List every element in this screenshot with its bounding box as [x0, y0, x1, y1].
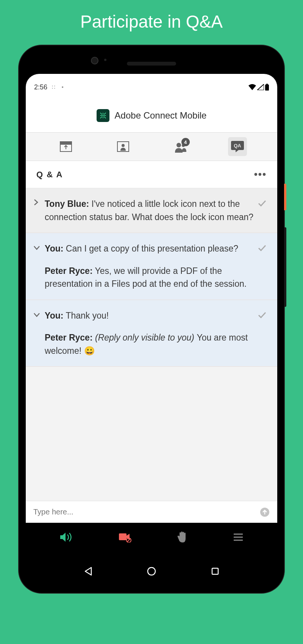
status-time: 2:56 [34, 83, 47, 91]
video-button[interactable] [118, 532, 132, 544]
qa-item[interactable]: Tony Blue: I've noticed a little lock ic… [26, 188, 277, 233]
qa-item[interactable]: You: Thank you! Peter Ryce: (Reply only … [26, 300, 277, 367]
square-recent-icon [211, 567, 219, 575]
chevron-right-icon[interactable] [33, 197, 42, 224]
svg-point-7 [176, 143, 181, 147]
wifi-icon [248, 84, 256, 90]
svg-rect-19 [212, 568, 218, 574]
signal-icon [257, 84, 264, 90]
hamburger-icon [233, 533, 244, 541]
tab-share[interactable] [56, 137, 75, 156]
svg-rect-12 [119, 533, 127, 540]
raise-hand-button[interactable] [176, 531, 188, 545]
message-input-bar [26, 501, 277, 523]
person-icon [117, 141, 130, 152]
qa-content: You: Can I get a copy of this presentati… [45, 242, 255, 291]
qa-reply-author: Peter Ryce: [45, 333, 93, 342]
section-title: Q & A [36, 170, 63, 180]
qa-author: You: [45, 244, 63, 253]
qa-author: Tony Blue: [45, 199, 89, 209]
more-options-button[interactable]: ••• [254, 169, 267, 180]
tab-qa[interactable]: QA [228, 137, 247, 156]
check-icon [258, 197, 268, 224]
speaker-grill [127, 62, 176, 66]
qa-list: Tony Blue: I've noticed a little lock ic… [26, 188, 277, 501]
triangle-back-icon [84, 567, 92, 576]
app-title: Adobe Connect Mobile [115, 110, 207, 121]
svg-rect-0 [265, 84, 269, 91]
send-button[interactable] [260, 507, 270, 517]
qa-section-header: Q & A ••• [26, 161, 277, 188]
status-right-icons [248, 84, 269, 91]
qa-item[interactable]: You: Can I get a copy of this presentati… [26, 233, 277, 300]
nav-home-button[interactable] [147, 567, 156, 577]
attendees-badge: 4 [181, 138, 190, 146]
arrow-up-circle-icon [260, 507, 270, 517]
qa-question-text: Thank you! [63, 311, 109, 320]
status-indicators-icon: ∷ • [52, 84, 65, 90]
nav-back-button[interactable] [84, 567, 92, 577]
circle-home-icon [147, 567, 156, 576]
svg-point-18 [148, 567, 155, 575]
android-nav-bar [26, 561, 277, 583]
svg-point-6 [122, 144, 125, 147]
tab-person[interactable] [114, 137, 133, 156]
screen: 2:56 ∷ • Adobe Connect Mobile [26, 74, 277, 553]
video-off-icon [118, 532, 132, 542]
qa-content: You: Thank you! Peter Ryce: (Reply only … [45, 309, 255, 358]
nav-recent-button[interactable] [211, 567, 219, 577]
qa-question-text: Can I get a copy of this presentation pl… [63, 244, 238, 253]
svg-point-2 [102, 115, 104, 116]
tab-attendees[interactable]: 4 [171, 137, 190, 156]
tabs-row: 4 QA [26, 133, 277, 161]
qa-icon: QA [230, 140, 245, 153]
qa-reply-author: Peter Ryce: [45, 266, 93, 276]
sensor-icon [104, 59, 106, 61]
app-header: Adobe Connect Mobile [26, 98, 277, 133]
share-icon [59, 141, 72, 152]
qa-reply-note: (Reply only visible to you) [93, 333, 197, 342]
check-icon [258, 242, 268, 291]
svg-rect-4 [60, 142, 72, 145]
audio-button[interactable] [59, 531, 73, 544]
phone-power-button [284, 184, 286, 210]
qa-content: Tony Blue: I've noticed a little lock ic… [45, 197, 255, 224]
phone-volume-button [284, 227, 286, 307]
hand-icon [176, 531, 188, 543]
action-bar [26, 523, 277, 553]
app-logo-icon [97, 109, 109, 122]
speaker-on-icon [59, 531, 73, 543]
chevron-down-icon[interactable] [33, 242, 42, 291]
chevron-down-icon[interactable] [33, 309, 42, 358]
status-bar: 2:56 ∷ • [26, 74, 277, 91]
menu-button[interactable] [233, 533, 244, 543]
svg-text:QA: QA [234, 143, 241, 148]
page-title: Participate in Q&A [0, 0, 303, 32]
battery-icon [265, 84, 269, 91]
qa-author: You: [45, 311, 63, 320]
svg-rect-1 [266, 84, 268, 85]
check-icon [258, 309, 268, 358]
message-input[interactable] [33, 508, 260, 516]
camera-icon [91, 57, 98, 64]
phone-frame: 2:56 ∷ • Adobe Connect Mobile [19, 45, 284, 593]
